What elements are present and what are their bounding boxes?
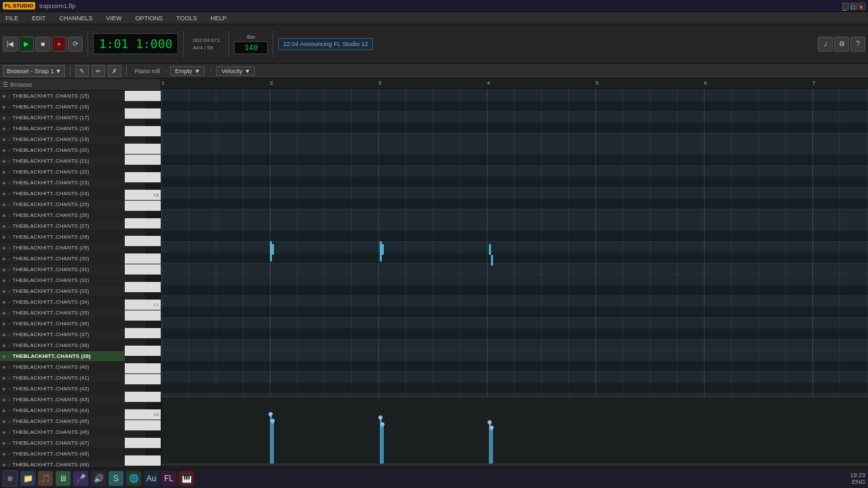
piano-key-C#8[interactable] — [125, 183, 145, 190]
track-item[interactable]: ▶ ♪ THEBLACKHITT..CHANTS (20) — [0, 145, 125, 156]
midi-note[interactable] — [272, 244, 274, 255]
track-item[interactable]: ▶ ♪ THEBLACKHITT..CHANTS (44) — [0, 405, 125, 416]
piano-key-C#7[interactable] — [125, 293, 145, 300]
track-item[interactable]: ▶ ♪ THEBLACKHITT..CHANTS (17) — [0, 113, 125, 123]
track-item[interactable]: ▶ ♪ THEBLACKHITT..CHANTS (43) — [0, 394, 125, 405]
piano-key-G#6[interactable] — [125, 339, 145, 346]
track-item[interactable]: ▶ ♪ THEBLACKHITT..CHANTS (37) — [0, 329, 125, 340]
velocity-lane[interactable] — [161, 396, 868, 464]
velocity-dot[interactable] — [488, 420, 492, 424]
maximize-btn[interactable]: □ — [850, 3, 857, 9]
piano-key-G6[interactable] — [125, 346, 161, 357]
track-item[interactable]: ▶ ♪ THEBLACKHITT..CHANTS (35) — [0, 308, 125, 319]
piano-key-G5[interactable] — [125, 455, 161, 466]
piano-key-A#8[interactable] — [125, 102, 145, 108]
velocity-dot[interactable] — [490, 426, 494, 430]
help-btn[interactable]: ? — [850, 37, 865, 52]
track-item[interactable]: ▶ ♪ THEBLACKHITT..CHANTS (27) — [0, 221, 125, 232]
taskbar-fl[interactable]: FL — [161, 471, 176, 486]
piano-key-D6[interactable] — [125, 392, 161, 403]
piano-key-D#7[interactable] — [125, 275, 145, 282]
menu-tools[interactable]: TOOLS — [174, 14, 199, 23]
track-item[interactable]: ▶ ♪ THEBLACKHITT..CHANTS (30) — [0, 253, 125, 264]
taskbar-audition[interactable]: Au — [144, 471, 159, 486]
play-btn[interactable]: ▶ — [19, 37, 34, 52]
pattern-dropdown[interactable]: Empty▼ — [170, 66, 205, 76]
track-item[interactable]: ▶ ♪ THEBLACKHITT..CHANTS (33) — [0, 286, 125, 297]
taskbar-skype[interactable]: S — [108, 471, 123, 486]
piano-key-G#5[interactable] — [125, 449, 145, 455]
piano-key-F6[interactable] — [125, 363, 161, 374]
track-item[interactable]: ▶ ♪ THEBLACKHITT..CHANTS (26) — [0, 210, 125, 221]
erase-tool[interactable]: ✗ — [108, 65, 121, 77]
draw-tool[interactable]: ✏ — [92, 65, 105, 77]
piano-key-B5[interactable] — [125, 420, 161, 431]
taskbar-chrome[interactable]: 🌐 — [126, 471, 141, 486]
piano-key-A7[interactable] — [125, 218, 161, 229]
piano-key-E7[interactable] — [125, 264, 161, 275]
taskbar-app1[interactable]: 🎵 — [38, 471, 53, 486]
track-item[interactable]: ▶ ♪ THEBLACKHITT..CHANTS (34) — [0, 297, 125, 308]
record-btn[interactable]: ● — [52, 37, 66, 52]
minimize-btn[interactable]: _ — [842, 3, 849, 9]
select-tool[interactable]: ✎ — [75, 65, 89, 77]
piano-key-B8[interactable] — [125, 91, 161, 102]
track-item[interactable]: ▶ ♪ THEBLACKHITT..CHANTS (41) — [0, 373, 125, 384]
menu-file[interactable]: FILE — [3, 14, 21, 23]
midi-note[interactable] — [491, 255, 493, 266]
settings-btn[interactable]: ⚙ — [834, 37, 849, 52]
piano-key-D7[interactable] — [125, 282, 161, 293]
track-item[interactable]: ▶ ♪ THEBLACKHITT..CHANTS (46) — [0, 427, 125, 438]
track-item[interactable]: ▶ ♪ THEBLACKHITT..CHANTS (28) — [0, 232, 125, 243]
taskbar-app4[interactable]: 🎹 — [179, 471, 194, 486]
taskbar-app2[interactable]: 🖥 — [56, 471, 71, 486]
track-item[interactable]: ▶ ♪ THEBLACKHITT..CHANTS (36) — [0, 319, 125, 329]
velocity-dot[interactable] — [269, 412, 273, 416]
track-item[interactable]: ▶ ♪ THEBLACKHITT..CHANTS (29) — [0, 243, 125, 253]
track-item[interactable]: ▶ ♪ THEBLACKHITT..CHANTS (48) — [0, 449, 125, 460]
note-grid-container[interactable] — [161, 89, 868, 396]
piano-key-C6[interactable]: C6 — [125, 409, 161, 420]
piano-key-A5[interactable] — [125, 438, 161, 449]
piano-key-G#7[interactable] — [125, 229, 145, 236]
track-item[interactable]: ▶ ♪ THEBLACKHITT..CHANTS (42) — [0, 384, 125, 394]
track-item[interactable]: ▶ ♪ THEBLACKHITT..CHANTS (38) — [0, 340, 125, 351]
taskbar-speaker[interactable]: 🔊 — [91, 471, 106, 486]
piano-key-D#6[interactable] — [125, 385, 145, 392]
piano-key-E8[interactable] — [125, 155, 161, 165]
velocity-dot[interactable] — [378, 415, 382, 420]
piano-key-A#7[interactable] — [125, 211, 145, 218]
menu-channels[interactable]: CHANNELS — [57, 14, 96, 23]
piano-key-G#8[interactable] — [125, 119, 145, 126]
track-item[interactable]: ▶ ♪ THEBLACKHITT..CHANTS (19) — [0, 134, 125, 145]
velocity-dot[interactable] — [380, 422, 384, 426]
velocity-dot[interactable] — [271, 419, 275, 423]
menu-view[interactable]: VIEW — [104, 14, 125, 23]
metro-btn[interactable]: ♩ — [818, 37, 833, 52]
track-item[interactable]: ▶ ♪ THEBLACKHITT..CHANTS (31) — [0, 264, 125, 275]
close-btn[interactable]: × — [859, 3, 865, 9]
piano-key-G7[interactable] — [125, 236, 161, 247]
track-item[interactable]: ▶ ♪ THEBLACKHITT..CHANTS (24) — [0, 188, 125, 199]
stop-btn[interactable]: ■ — [35, 37, 50, 52]
track-item[interactable]: ▶ ♪ THEBLACKHITT..CHANTS (15) — [0, 91, 125, 102]
track-item[interactable]: ▶ ♪ THEBLACKHITT..CHANTS (25) — [0, 199, 125, 210]
piano-key-C#6[interactable] — [125, 403, 145, 409]
track-item[interactable]: ▶ ♪ THEBLACKHITT..CHANTS (16) — [0, 102, 125, 113]
loop-btn[interactable]: ⟳ — [68, 37, 83, 52]
track-item[interactable]: ▶ ♪ THEBLACKHITT..CHANTS (21) — [0, 156, 125, 167]
track-item[interactable]: ▶ ♪ THEBLACKHITT..CHANTS (45) — [0, 416, 125, 427]
piano-key-F7[interactable] — [125, 253, 161, 264]
piano-key-B6[interactable] — [125, 310, 161, 321]
piano-key-A8[interactable] — [125, 108, 161, 119]
velocity-dropdown[interactable]: Velocity▼ — [216, 66, 255, 76]
prev-btn[interactable]: |◀ — [3, 37, 18, 52]
piano-key-F#6[interactable] — [125, 357, 145, 363]
piano-key-C7[interactable]: C7 — [125, 300, 161, 310]
midi-note[interactable] — [489, 244, 491, 255]
menu-options[interactable]: OPTIONS — [133, 14, 166, 23]
menu-help[interactable]: HELP — [208, 14, 229, 23]
track-item[interactable]: ▶ ♪ THEBLACKHITT..CHANTS (18) — [0, 123, 125, 134]
bpm-display[interactable]: 140 — [234, 41, 268, 54]
piano-key-E6[interactable] — [125, 374, 161, 385]
